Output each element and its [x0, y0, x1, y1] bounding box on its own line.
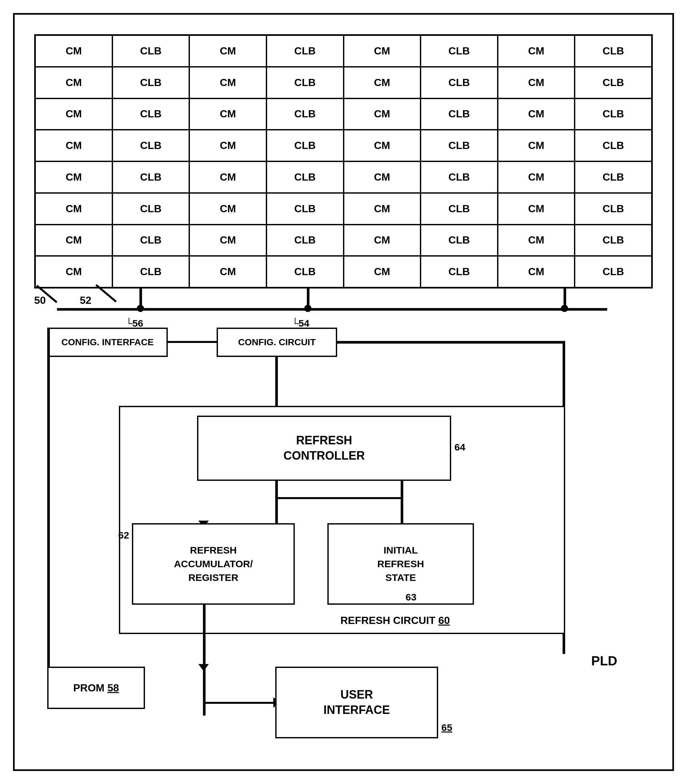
grid-cell-0-1: CLB [112, 35, 190, 67]
dot-2 [304, 305, 311, 312]
grid-cell-6-7: CLB [575, 225, 652, 256]
grid-cell-5-3: CLB [266, 193, 344, 225]
pld-label: PLD [591, 654, 617, 668]
grid-cell-1-2: CM [189, 67, 266, 99]
grid-cell-5-1: CLB [112, 193, 190, 225]
user-interface-box: USERINTERFACE [275, 667, 438, 738]
grid-cell-7-6: CM [498, 256, 575, 288]
vert-accum-down [203, 605, 205, 716]
grid-cell-1-6: CM [498, 67, 575, 99]
refresh-circuit-label: REFRESH CIRCUIT 60 [340, 614, 450, 627]
grid-cell-1-1: CLB [112, 67, 190, 99]
horiz-acc-init [278, 497, 403, 499]
horiz-config-right [337, 341, 565, 344]
grid-cell-6-4: CM [344, 225, 421, 256]
grid-cell-0-5: CLB [421, 35, 498, 67]
grid-cell-1-0: CM [35, 67, 112, 99]
label-65: 65 [441, 722, 452, 733]
initial-refresh-box: INITIALREFRESHSTATE [327, 523, 474, 605]
grid-cell-5-7: CLB [575, 193, 652, 225]
grid-cell-1-4: CM [344, 67, 421, 99]
grid-cell-0-0: CM [35, 35, 112, 67]
horiz-config-line [168, 341, 217, 343]
grid-cell-2-3: CLB [266, 99, 344, 130]
dot-3 [561, 305, 568, 312]
grid-cell-5-4: CM [344, 193, 421, 225]
initial-refresh-label: INITIALREFRESHSTATE [377, 544, 424, 585]
config-circuit-label: CONFIG. CIRCUIT [238, 337, 316, 348]
refresh-accum-box: REFRESHACCUMULATOR/REGISTER [132, 523, 295, 605]
grid-cell-7-7: CLB [575, 256, 652, 288]
grid-cell-3-3: CLB [266, 130, 344, 161]
grid-cell-7-3: CLB [266, 256, 344, 288]
grid-cell-7-4: CM [344, 256, 421, 288]
grid-cell-1-3: CLB [266, 67, 344, 99]
grid-cell-0-3: CLB [266, 35, 344, 67]
vert-refresh-down [275, 481, 278, 523]
grid-cell-5-0: CM [35, 193, 112, 225]
grid-array: CMCLBCMCLBCMCLBCMCLBCMCLBCMCLBCMCLBCMCLB… [34, 34, 653, 288]
dot-1 [137, 305, 144, 312]
config-interface-box: CONFIG. INTERFACE [47, 328, 168, 357]
label-62: 62 [118, 530, 129, 541]
grid-cell-5-6: CM [498, 193, 575, 225]
config-interface-label: CONFIG. INTERFACE [61, 337, 153, 348]
grid-cell-2-1: CLB [112, 99, 190, 130]
grid-cell-4-6: CM [498, 161, 575, 193]
outer-border: CMCLBCMCLBCMCLBCMCLBCMCLBCMCLBCMCLBCMCLB… [13, 13, 674, 771]
grid-cell-4-2: CM [189, 161, 266, 193]
refresh-circuit-number: 60 [438, 614, 450, 626]
grid-cell-6-1: CLB [112, 225, 190, 256]
left-vert-pld [47, 328, 50, 686]
grid-cell-5-5: CLB [421, 193, 498, 225]
prom-label: PROM 58 [73, 682, 119, 694]
grid-cell-7-0: CM [35, 256, 112, 288]
vert-config-down [275, 357, 278, 406]
arrow-down-user-interface [198, 664, 209, 671]
label-56: └56 [125, 318, 143, 329]
refresh-controller-label: REFRESHCONTROLLER [283, 433, 365, 464]
grid-cell-5-2: CM [189, 193, 266, 225]
grid-cell-3-6: CM [498, 130, 575, 161]
grid-cell-4-7: CLB [575, 161, 652, 193]
grid-cell-6-3: CLB [266, 225, 344, 256]
grid-cell-3-4: CM [344, 130, 421, 161]
grid-cell-2-5: CLB [421, 99, 498, 130]
horiz-to-ui [203, 702, 275, 704]
grid-cell-0-7: CLB [575, 35, 652, 67]
user-interface-label: USERINTERFACE [324, 687, 390, 718]
label-64: 64 [454, 442, 465, 453]
label-52: 52 [80, 294, 92, 306]
refresh-accum-label: REFRESHACCUMULATOR/REGISTER [174, 544, 253, 585]
grid-cell-3-0: CM [35, 130, 112, 161]
grid-cell-0-6: CM [498, 35, 575, 67]
grid-cell-2-7: CLB [575, 99, 652, 130]
grid-cell-4-3: CLB [266, 161, 344, 193]
grid-cell-2-0: CM [35, 99, 112, 130]
grid-cell-2-4: CM [344, 99, 421, 130]
grid-cell-0-4: CM [344, 35, 421, 67]
prom-box: PROM 58 [47, 667, 145, 709]
grid-cell-7-2: CM [189, 256, 266, 288]
grid-cell-4-4: CM [344, 161, 421, 193]
label-63: 63 [406, 592, 416, 603]
grid-cell-6-2: CM [189, 225, 266, 256]
refresh-controller-box: REFRESHCONTROLLER [197, 416, 451, 481]
grid-cell-7-1: CLB [112, 256, 190, 288]
grid-cell-4-1: CLB [112, 161, 190, 193]
grid-cell-1-5: CLB [421, 67, 498, 99]
label-50: 50 [34, 294, 46, 306]
grid-cell-4-0: CM [35, 161, 112, 193]
grid-cell-4-5: CLB [421, 161, 498, 193]
label-54: └54 [291, 318, 309, 329]
grid-cell-2-2: CM [189, 99, 266, 130]
grid-cell-7-5: CLB [421, 256, 498, 288]
grid-cell-3-1: CLB [112, 130, 190, 161]
grid-cell-6-0: CM [35, 225, 112, 256]
grid-cell-3-7: CLB [575, 130, 652, 161]
refresh-circuit-text: REFRESH CIRCUIT [340, 614, 436, 626]
config-circuit-box: CONFIG. CIRCUIT [217, 328, 337, 357]
grid-cell-1-7: CLB [575, 67, 652, 99]
grid-cell-6-5: CLB [421, 225, 498, 256]
grid-cell-2-6: CM [498, 99, 575, 130]
